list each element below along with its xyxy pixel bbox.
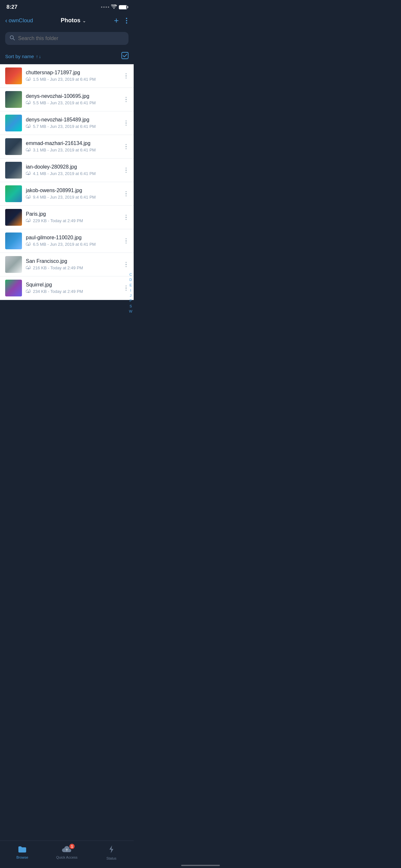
cloud-download-icon: [26, 124, 31, 129]
cloud-download-icon: [26, 242, 31, 247]
nav-title-wrap[interactable]: Photos ⌄: [61, 17, 86, 24]
file-more-button[interactable]: [124, 142, 129, 151]
file-meta: 216 KB - Today at 2:49 PM: [26, 265, 120, 271]
file-info: emmad-mazhari-216134.jpg 3.1 MB - Jun 23…: [26, 141, 120, 153]
file-size-date: 1.5 MB - Jun 23, 2019 at 6:41 PM: [33, 77, 96, 82]
cloud-download-icon: [26, 218, 31, 224]
file-name: jakob-owens-208991.jpg: [26, 188, 120, 193]
list-item[interactable]: ian-dooley-280928.jpg 4.1 MB - Jun 23, 2…: [0, 159, 134, 182]
cloud-download-icon: [26, 76, 31, 82]
file-size-date: 4.1 MB - Jun 23, 2019 at 6:41 PM: [33, 171, 96, 176]
svg-rect-2: [122, 52, 128, 59]
list-item[interactable]: denys-nevozhai-100695.jpg 5.5 MB - Jun 2…: [0, 88, 134, 112]
wifi-icon: [111, 4, 117, 10]
file-more-button[interactable]: [124, 166, 129, 175]
search-bar[interactable]: [5, 32, 128, 45]
file-info: Squirrel.jpg 234 KB - Today at 2:49 PM: [26, 282, 120, 294]
nav-header: ‹ ownCloud Photos ⌄ +: [0, 13, 134, 31]
list-item[interactable]: Squirrel.jpg 234 KB - Today at 2:49 PM: [0, 276, 134, 300]
list-item[interactable]: San Francisco.jpg 216 KB - Today at 2:49…: [0, 253, 134, 276]
file-name: denys-nevozhai-185489.jpg: [26, 117, 120, 123]
file-name: Squirrel.jpg: [26, 282, 120, 288]
file-size-date: 234 KB - Today at 2:49 PM: [33, 289, 83, 294]
sort-up-arrow-icon: ↑: [36, 54, 38, 59]
file-info: San Francisco.jpg 216 KB - Today at 2:49…: [26, 258, 120, 271]
nav-actions: +: [114, 16, 128, 26]
file-thumbnail: [5, 67, 22, 84]
alpha-letter-j[interactable]: J: [130, 293, 132, 298]
file-more-button[interactable]: [124, 189, 129, 198]
search-bar-wrap: [0, 31, 134, 49]
search-input[interactable]: [18, 35, 124, 41]
file-name: emmad-mazhari-216134.jpg: [26, 141, 120, 146]
file-thumbnail: [5, 115, 22, 131]
page-title: Photos: [61, 17, 81, 24]
select-all-button[interactable]: [121, 52, 128, 61]
file-more-button[interactable]: [124, 71, 129, 81]
file-more-button[interactable]: [124, 260, 129, 269]
cloud-download-icon: [26, 289, 31, 294]
alpha-letter-w[interactable]: W: [129, 309, 132, 314]
file-thumbnail: [5, 162, 22, 179]
file-meta: 5.7 MB - Jun 23, 2019 at 6:41 PM: [26, 124, 120, 129]
file-name: paul-gilmore-110020.jpg: [26, 235, 120, 241]
search-icon: [10, 35, 15, 42]
dropdown-chevron-icon: ⌄: [82, 18, 86, 23]
sort-arrows: ↑ ↓: [36, 54, 41, 59]
alpha-letter-d[interactable]: D: [129, 277, 132, 282]
file-name: chuttersnap-171897.jpg: [26, 70, 120, 75]
file-thumbnail: [5, 91, 22, 108]
svg-line-1: [13, 39, 15, 40]
file-name: San Francisco.jpg: [26, 258, 120, 264]
file-thumbnail: [5, 256, 22, 273]
file-name: denys-nevozhai-100695.jpg: [26, 93, 120, 99]
file-meta: 6.5 MB - Jun 23, 2019 at 6:41 PM: [26, 242, 120, 247]
list-item[interactable]: jakob-owens-208991.jpg 9.4 MB - Jun 23, …: [0, 182, 134, 206]
list-item[interactable]: emmad-mazhari-216134.jpg 3.1 MB - Jun 23…: [0, 135, 134, 159]
status-bar: 8:27: [0, 0, 134, 13]
alpha-letter-p[interactable]: P: [129, 299, 132, 303]
file-meta: 234 KB - Today at 2:49 PM: [26, 289, 120, 294]
battery-icon: [119, 5, 127, 9]
file-meta: 1.5 MB - Jun 23, 2019 at 6:41 PM: [26, 76, 120, 82]
back-label: ownCloud: [9, 18, 33, 24]
back-button[interactable]: ‹ ownCloud: [5, 17, 33, 24]
add-button[interactable]: +: [114, 16, 119, 26]
file-name: Paris.jpg: [26, 211, 120, 217]
file-size-date: 5.5 MB - Jun 23, 2019 at 6:41 PM: [33, 100, 96, 105]
alphabet-index[interactable]: CDEIJPSW: [128, 271, 134, 315]
list-item[interactable]: paul-gilmore-110020.jpg 6.5 MB - Jun 23,…: [0, 229, 134, 253]
cloud-download-icon: [26, 147, 31, 153]
file-more-button[interactable]: [124, 213, 129, 222]
file-size-date: 3.1 MB - Jun 23, 2019 at 6:41 PM: [33, 148, 96, 152]
alpha-letter-s[interactable]: S: [129, 304, 132, 308]
file-info: chuttersnap-171897.jpg 1.5 MB - Jun 23, …: [26, 70, 120, 82]
sort-down-arrow-icon: ↓: [39, 54, 41, 59]
file-meta: 4.1 MB - Jun 23, 2019 at 6:41 PM: [26, 171, 120, 177]
file-size-date: 6.5 MB - Jun 23, 2019 at 6:41 PM: [33, 242, 96, 247]
file-size-date: 5.7 MB - Jun 23, 2019 at 6:41 PM: [33, 124, 96, 129]
file-more-button[interactable]: [124, 95, 129, 104]
file-thumbnail: [5, 280, 22, 297]
file-meta: 229 KB - Today at 2:49 PM: [26, 218, 120, 224]
status-time: 8:27: [6, 4, 18, 10]
alpha-letter-e[interactable]: E: [129, 283, 132, 287]
status-icons: [101, 4, 127, 10]
sort-bar: Sort by name ↑ ↓: [0, 49, 134, 64]
file-name: ian-dooley-280928.jpg: [26, 164, 120, 170]
alpha-letter-c[interactable]: C: [129, 272, 132, 277]
list-item[interactable]: Paris.jpg 229 KB - Today at 2:49 PM: [0, 206, 134, 229]
list-item[interactable]: chuttersnap-171897.jpg 1.5 MB - Jun 23, …: [0, 64, 134, 88]
more-options-button[interactable]: [125, 17, 128, 25]
alpha-letter-i[interactable]: I: [130, 288, 131, 292]
file-more-button[interactable]: [124, 119, 129, 128]
list-item[interactable]: denys-nevozhai-185489.jpg 5.7 MB - Jun 2…: [0, 112, 134, 135]
file-list: chuttersnap-171897.jpg 1.5 MB - Jun 23, …: [0, 64, 134, 300]
sort-left[interactable]: Sort by name ↑ ↓: [5, 54, 41, 59]
file-size-date: 216 KB - Today at 2:49 PM: [33, 266, 83, 270]
file-info: denys-nevozhai-100695.jpg 5.5 MB - Jun 2…: [26, 93, 120, 106]
signal-icon: [101, 6, 109, 8]
file-info: Paris.jpg 229 KB - Today at 2:49 PM: [26, 211, 120, 224]
file-thumbnail: [5, 232, 22, 249]
file-more-button[interactable]: [124, 237, 129, 246]
